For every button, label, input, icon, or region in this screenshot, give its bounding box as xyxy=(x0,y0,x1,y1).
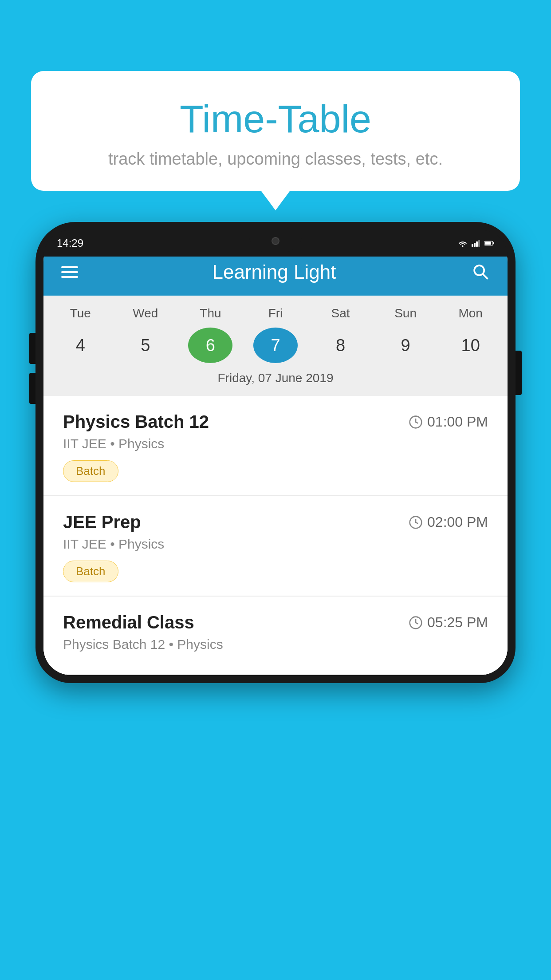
schedule-item-header: Physics Batch 1201:00 PM xyxy=(63,412,488,432)
schedule-item-header: Remedial Class05:25 PM xyxy=(63,612,488,632)
day-header: Sat xyxy=(319,306,363,320)
hamburger-line-2 xyxy=(61,271,78,273)
schedule-item-subtitle: IIT JEE • Physics xyxy=(63,436,488,451)
schedule-item-title: JEE Prep xyxy=(63,512,141,532)
schedule-item[interactable]: Physics Batch 1201:00 PMIIT JEE • Physic… xyxy=(43,396,508,496)
calendar-strip: TueWedThuFriSatSunMon 45678910 Friday, 0… xyxy=(43,296,508,396)
day-header: Tue xyxy=(58,306,102,320)
schedule-item-time: 05:25 PM xyxy=(409,614,488,631)
status-icons xyxy=(458,240,494,247)
batch-badge: Batch xyxy=(63,460,118,482)
front-camera xyxy=(272,237,279,245)
day-header: Fri xyxy=(253,306,298,320)
phone-screen: Learning Light TueWedThuFriSatSunMon 456… xyxy=(43,230,508,675)
schedule-item-subtitle: IIT JEE • Physics xyxy=(63,537,488,552)
svg-rect-2 xyxy=(474,243,476,247)
day-header: Wed xyxy=(123,306,168,320)
tooltip-title: Time-Table xyxy=(53,98,498,141)
day-header: Sun xyxy=(383,306,428,320)
selected-date-label: Friday, 07 June 2019 xyxy=(43,363,508,396)
schedule-item-title: Remedial Class xyxy=(63,612,194,632)
schedule-item-time: 02:00 PM xyxy=(409,514,488,530)
day-headers: TueWedThuFriSatSunMon xyxy=(43,306,508,320)
batch-badge: Batch xyxy=(63,561,118,582)
app-title: Learning Light xyxy=(87,261,461,283)
signal-icon xyxy=(471,240,481,247)
day-numbers: 45678910 xyxy=(43,328,508,363)
power-button xyxy=(516,351,522,395)
schedule-item-header: JEE Prep02:00 PM xyxy=(63,512,488,532)
svg-rect-3 xyxy=(476,241,478,247)
status-bar: 14:29 xyxy=(43,230,508,257)
volume-down-button xyxy=(29,373,35,404)
svg-rect-7 xyxy=(493,242,494,245)
status-time: 14:29 xyxy=(57,237,83,249)
tooltip-subtitle: track timetable, upcoming classes, tests… xyxy=(53,150,498,169)
day-number[interactable]: 8 xyxy=(319,328,363,363)
clock-icon xyxy=(409,415,423,429)
notch xyxy=(249,230,302,252)
phone-mockup: 14:29 xyxy=(35,222,516,980)
wifi-icon xyxy=(458,240,468,247)
svg-point-0 xyxy=(462,245,463,247)
day-number[interactable]: 4 xyxy=(58,328,102,363)
schedule-item[interactable]: JEE Prep02:00 PMIIT JEE • PhysicsBatch xyxy=(43,496,508,597)
schedule-item-title: Physics Batch 12 xyxy=(63,412,209,432)
volume-up-button xyxy=(29,333,35,364)
day-number[interactable]: 10 xyxy=(449,328,493,363)
day-number[interactable]: 9 xyxy=(383,328,428,363)
svg-rect-6 xyxy=(485,241,491,245)
clock-icon xyxy=(409,515,423,530)
hamburger-line-1 xyxy=(61,266,78,268)
hamburger-line-3 xyxy=(61,276,78,278)
day-header: Mon xyxy=(449,306,493,320)
schedule-list: Physics Batch 1201:00 PMIIT JEE • Physic… xyxy=(43,396,508,675)
schedule-item[interactable]: Remedial Class05:25 PMPhysics Batch 12 •… xyxy=(43,597,508,675)
tooltip-card: Time-Table track timetable, upcoming cla… xyxy=(31,71,520,191)
svg-rect-1 xyxy=(472,244,473,247)
schedule-item-subtitle: Physics Batch 12 • Physics xyxy=(63,637,488,652)
battery-icon xyxy=(484,240,494,247)
schedule-item-time: 01:00 PM xyxy=(409,414,488,430)
day-number[interactable]: 6 xyxy=(188,328,232,363)
search-icon xyxy=(470,261,490,281)
day-number[interactable]: 7 xyxy=(253,328,298,363)
day-header: Thu xyxy=(188,306,232,320)
day-number[interactable]: 5 xyxy=(123,328,168,363)
search-button[interactable] xyxy=(470,261,490,283)
clock-icon xyxy=(409,616,423,630)
menu-button[interactable] xyxy=(61,266,78,278)
svg-rect-4 xyxy=(478,240,480,247)
